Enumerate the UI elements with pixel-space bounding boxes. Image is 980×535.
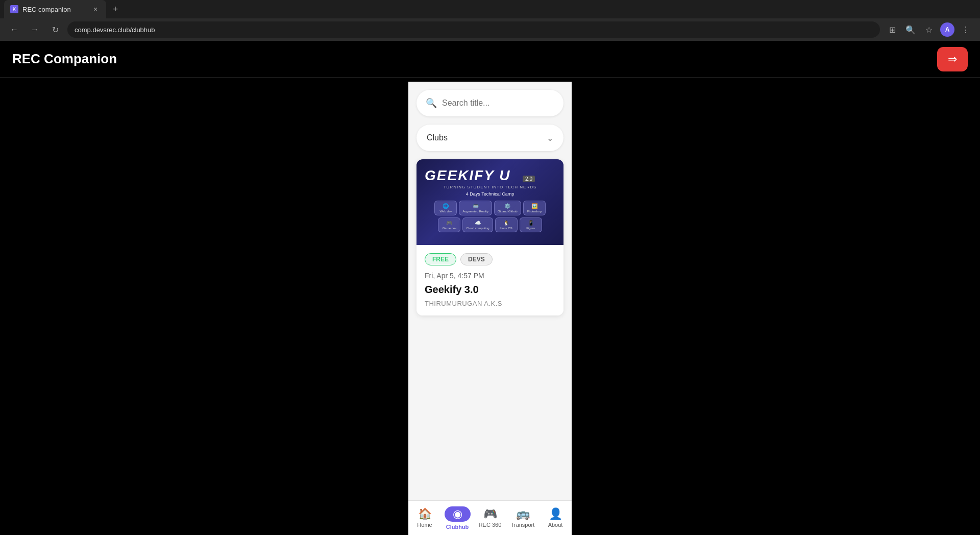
screenshot-button[interactable]: ⊞ [884,21,900,38]
tab-favicon: K [10,5,18,13]
main-area: 🔍 Clubs ⌄ GEEKIFY U 2 [0,78,980,535]
browser-chrome: K REC companion × + ← → ↻ comp.devsrec.c… [0,0,980,41]
event-details: FREE DEVS Fri, Apr 5, 4:57 PM Geekify 3.… [416,245,564,315]
tab-title: REC companion [22,6,87,13]
url-text: comp.devsrec.club/clubhub [75,26,155,34]
event-organizer: THIRUMURUGAN A.K.S [425,300,555,307]
logout-button[interactable]: ⇒ [937,47,968,71]
refresh-button[interactable]: ↻ [47,21,63,38]
photoshop-label: Photoshop [527,210,542,213]
back-button[interactable]: ← [6,21,22,38]
event-camp-label: 4 Days Technical Camp [466,191,514,197]
event-date: Fri, Apr 5, 4:57 PM [425,272,555,280]
figma-label: Figma [526,227,535,230]
about-icon: 👤 [549,508,562,520]
home-icon: 🏠 [418,508,432,520]
topic-figma: 📱 Figma [520,217,542,232]
forward-button[interactable]: → [27,21,43,38]
dropdown-label: Clubs [427,133,448,142]
gamedev-icon: 🎮 [446,220,452,226]
figma-icon: 📱 [528,220,534,226]
zoom-button[interactable]: 🔍 [902,21,919,38]
gamedev-label: Game dev [443,227,457,230]
devs-tag: DEVS [460,253,493,265]
ar-icon: 🥽 [473,203,479,209]
ar-label: Augmented Reality [462,210,488,213]
transport-label: Transport [511,522,535,528]
nav-item-rec360[interactable]: 🎮 REC 360 [474,501,506,535]
webdev-icon: 🌐 [443,203,449,209]
topic-git: ⚙️ Git and Github [494,201,521,215]
linux-label: Linux OS [500,227,512,230]
event-card[interactable]: GEEKIFY U 2.0 TURNING STUDENT INTO TECH … [416,159,564,315]
clubhub-icon: ◉ [453,508,462,520]
topic-cloud: ☁️ Cloud computing [462,217,493,232]
mobile-container: 🔍 Clubs ⌄ GEEKIFY U 2 [408,82,572,535]
free-tag: FREE [425,253,456,265]
topic-webdev: 🌐 Web dev [434,201,457,215]
event-image: GEEKIFY U 2.0 TURNING STUDENT INTO TECH … [416,159,564,245]
rec360-label: REC 360 [479,522,502,528]
cloud-label: Cloud computing [466,227,489,230]
menu-button[interactable]: ⋮ [958,21,974,38]
address-bar: ← → ↻ comp.devsrec.club/clubhub ⊞ 🔍 ☆ A … [0,18,980,41]
webdev-label: Web dev [440,210,452,213]
topic-photoshop: 🖼️ Photoshop [523,201,546,215]
search-icon: 🔍 [426,98,437,109]
clubs-dropdown[interactable]: Clubs ⌄ [416,125,564,151]
cloud-icon: ☁️ [475,220,481,226]
content-scroll[interactable]: 🔍 Clubs ⌄ GEEKIFY U 2 [408,82,572,500]
nav-item-clubhub[interactable]: ◉ Clubhub [441,501,474,535]
chevron-down-icon: ⌄ [547,133,553,143]
url-bar[interactable]: comp.devsrec.club/clubhub [67,21,880,38]
app-content: REC Companion ⇒ 🔍 Clubs ⌄ [0,41,980,535]
transport-icon: 🚌 [516,508,530,520]
about-label: About [548,522,563,528]
event-banner-title: GEEKIFY U [425,167,510,184]
new-tab-button[interactable]: + [108,2,122,16]
search-bar[interactable]: 🔍 [416,90,564,116]
event-topics-grid: 🌐 Web dev 🥽 Augmented Reality ⚙️ Git and [425,201,555,232]
tab-bar: K REC companion × + [0,0,980,18]
nav-item-transport[interactable]: 🚌 Transport [506,501,539,535]
topic-ar: 🥽 Augmented Reality [459,201,492,215]
nav-item-home[interactable]: 🏠 Home [408,501,441,535]
photoshop-icon: 🖼️ [531,203,537,209]
home-icon-wrap: 🏠 [418,508,432,520]
event-tags: FREE DEVS [425,253,555,265]
home-label: Home [417,522,432,528]
git-label: Git and Github [498,210,518,213]
topic-gamedev: 🎮 Game dev [438,217,460,232]
browser-actions: ⊞ 🔍 ☆ A ⋮ [884,21,974,38]
event-name: Geekify 3.0 [425,284,555,296]
clubhub-icon-wrap: ◉ [445,506,471,522]
profile-avatar: A [940,22,954,37]
tab-close-button[interactable]: × [91,5,100,14]
content-inner: 🔍 Clubs ⌄ GEEKIFY U 2 [408,82,572,324]
rec360-icon: 🎮 [483,508,497,520]
active-tab[interactable]: K REC companion × [4,0,106,18]
profile-button[interactable]: A [939,21,955,38]
app-header: REC Companion ⇒ [0,41,980,78]
linux-icon: 🐧 [503,220,509,226]
logout-icon: ⇒ [948,53,957,66]
search-input[interactable] [442,99,554,108]
about-icon-wrap: 👤 [549,508,562,520]
app-title: REC Companion [12,51,117,67]
transport-icon-wrap: 🚌 [516,508,530,520]
git-icon: ⚙️ [504,203,510,209]
event-subtitle: TURNING STUDENT INTO TECH NERDS [444,185,537,189]
clubhub-label: Clubhub [446,524,469,530]
topic-linux: 🐧 Linux OS [495,217,518,232]
event-version-badge: 2.0 [523,176,535,182]
bottom-nav: 🏠 Home ◉ Clubhub 🎮 REC 360 [408,500,572,535]
rec360-icon-wrap: 🎮 [483,508,497,520]
nav-item-about[interactable]: 👤 About [539,501,572,535]
bookmark-button[interactable]: ☆ [921,21,937,38]
